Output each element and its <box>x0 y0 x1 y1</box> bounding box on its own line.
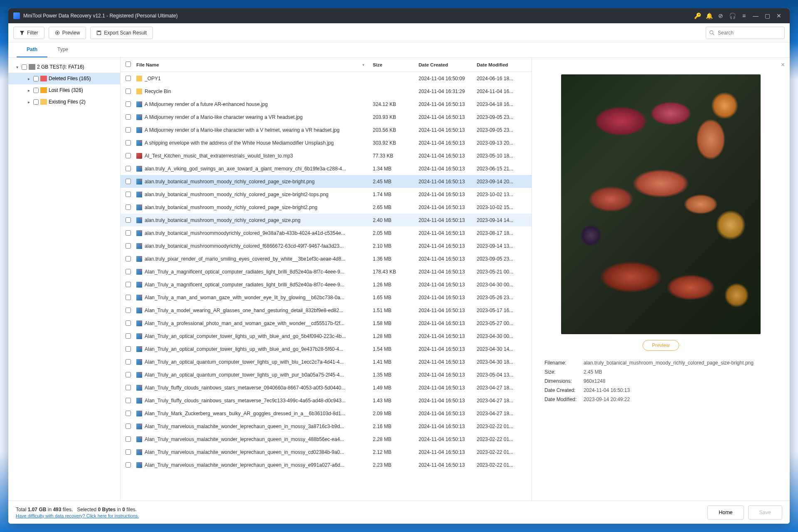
file-check[interactable] <box>126 295 131 300</box>
file-row[interactable]: alan.truly_botanical_mushroom_moody_rich… <box>121 175 532 188</box>
file-row[interactable]: Alan_Truly_fluffy_clouds_rainbows_stars_… <box>121 394 532 407</box>
file-check[interactable] <box>126 449 131 455</box>
file-check[interactable] <box>126 127 131 133</box>
file-row[interactable]: A Midjourney render of a future AR-enhan… <box>121 98 532 111</box>
tree-existing-check[interactable] <box>33 99 39 105</box>
file-row[interactable]: AI_Test_Kitchen_music_that_extraterrestr… <box>121 149 532 162</box>
file-row[interactable]: alan.truly_botanical_mushroommoodyrichly… <box>121 227 532 239</box>
file-row[interactable]: alan.truly_botanical_mushroom_moody_rich… <box>121 188 532 201</box>
file-row[interactable]: Alan_Truly_a_man_and_woman_gaze_with_won… <box>121 291 532 304</box>
export-button[interactable]: Export Scan Result <box>90 27 153 39</box>
file-row[interactable]: alan.truly_botanical_mushroom_moody_rich… <box>121 214 532 227</box>
file-check[interactable] <box>126 436 131 442</box>
file-row[interactable]: Alan_Truly_an_optical_computer_tower_lig… <box>121 342 532 355</box>
bell-icon[interactable]: 🔔 <box>703 10 715 22</box>
file-check[interactable] <box>126 256 131 261</box>
file-check[interactable] <box>126 153 131 158</box>
file-check[interactable] <box>126 282 131 287</box>
file-check[interactable] <box>126 166 131 171</box>
chevron-down-icon[interactable]: ▾ <box>14 65 20 69</box>
file-check[interactable] <box>126 230 131 236</box>
menu-icon[interactable]: ≡ <box>738 10 750 22</box>
file-row[interactable]: _OPY12024-11-04 16:50:092024-06-16 18... <box>121 72 532 85</box>
tab-type[interactable]: Type <box>47 42 78 57</box>
file-check[interactable] <box>126 217 131 223</box>
chevron-right-icon[interactable]: ▸ <box>26 88 32 93</box>
file-row[interactable]: Alan_Truly_marvelous_malachite_wonder_le… <box>121 458 532 471</box>
maximize-icon[interactable]: ▢ <box>761 10 773 22</box>
file-check[interactable] <box>126 114 131 120</box>
file-check[interactable] <box>126 308 131 313</box>
close-icon[interactable]: ✕ <box>773 10 785 22</box>
file-row[interactable]: Alan_Truly_marvelous_malachite_wonder_le… <box>121 433 532 446</box>
close-preview-icon[interactable]: × <box>781 61 785 69</box>
file-check[interactable] <box>126 269 131 274</box>
file-check[interactable] <box>126 333 131 339</box>
file-check[interactable] <box>126 204 131 210</box>
file-check[interactable] <box>126 140 131 145</box>
tree-root-check[interactable] <box>22 64 27 70</box>
tree-root[interactable]: ▾ 2 GB TEST(I: FAT16) <box>8 61 120 73</box>
headset-icon[interactable]: 🎧 <box>727 10 738 22</box>
minimize-icon[interactable]: — <box>750 10 761 22</box>
tree-existing[interactable]: ▸ Existing Files (2) <box>8 96 120 108</box>
file-check[interactable] <box>126 89 131 94</box>
preview-button[interactable]: Preview <box>49 27 86 39</box>
file-check[interactable] <box>126 179 131 184</box>
col-date-modified[interactable]: Date Modified <box>477 62 527 67</box>
file-row[interactable]: Alan_Truly_a_magnificent_optical_compute… <box>121 278 532 291</box>
file-check[interactable] <box>126 101 131 107</box>
key-icon[interactable]: 🔑 <box>692 10 703 22</box>
search-input[interactable] <box>706 27 785 39</box>
file-row[interactable]: Alan_Truly_an_optical_quantum_computer_t… <box>121 368 532 381</box>
file-check[interactable] <box>126 385 131 390</box>
tree-deleted[interactable]: ▸ Deleted Files (165) <box>8 73 120 84</box>
file-row[interactable]: A Midjourney render of a Mario-like char… <box>121 123 532 136</box>
tree-deleted-check[interactable] <box>33 76 39 81</box>
file-check[interactable] <box>126 398 131 403</box>
file-check[interactable] <box>126 424 131 429</box>
file-row[interactable]: Alan_Truly_an_optical_computer_tower_lig… <box>121 330 532 342</box>
file-date-modified: 2023-02-22 01... <box>477 462 527 468</box>
file-row[interactable]: alan.truly_pixar_render_of_mario_smiling… <box>121 252 532 265</box>
tree-lost[interactable]: ▸ Lost Files (326) <box>8 84 120 96</box>
file-row[interactable]: A Midjourney render of a Mario-like char… <box>121 111 532 123</box>
file-check[interactable] <box>126 192 131 197</box>
file-row[interactable]: Alan_Truly_marvelous_malachite_wonder_le… <box>121 420 532 433</box>
file-check[interactable] <box>126 243 131 249</box>
file-row[interactable]: alan.truly_botanical_mushroom_moody_rich… <box>121 201 532 214</box>
file-check[interactable] <box>126 320 131 326</box>
filter-button[interactable]: Filter <box>13 27 44 39</box>
col-date-created[interactable]: Date Created <box>419 62 477 67</box>
col-name[interactable]: File Name▾ <box>136 62 373 67</box>
file-row[interactable]: Alan_Truly_marvelous_malachite_wonder_le… <box>121 446 532 458</box>
file-row[interactable]: Alan_Truly_a_professional_photo_man_and_… <box>121 317 532 330</box>
tree-lost-check[interactable] <box>33 88 39 93</box>
stop-icon[interactable]: ⊘ <box>715 10 727 22</box>
file-row[interactable]: A shipping envelope with the address of … <box>121 136 532 149</box>
file-check[interactable] <box>126 462 131 468</box>
file-row[interactable]: Alan_Truly_an_optical_quantum_computer_t… <box>121 355 532 368</box>
file-check[interactable] <box>126 359 131 365</box>
file-row[interactable]: Alan_Truly_fluffy_clouds_rainbows_stars_… <box>121 381 532 394</box>
file-row[interactable]: Recycle Bin2024-11-04 16:31:292024-11-04… <box>121 85 532 98</box>
file-check[interactable] <box>126 372 131 377</box>
chevron-right-icon[interactable]: ▸ <box>26 76 32 81</box>
file-row[interactable]: Alan_Truly_Mark_Zuckerberg_wears_bulky_A… <box>121 407 532 420</box>
preview-open-button[interactable]: Preview <box>643 340 680 351</box>
help-link[interactable]: Have difficulty with data recovery? Clic… <box>16 513 139 518</box>
file-row[interactable]: alan.truly_A_viking_god_swings_an_axe_to… <box>121 162 532 175</box>
file-list[interactable]: File Name▾ Size Date Created Date Modifi… <box>121 58 532 500</box>
file-row[interactable]: Alan_Truly_a_model_wearing_AR_glasses_on… <box>121 304 532 317</box>
file-check[interactable] <box>126 76 131 81</box>
col-size[interactable]: Size <box>373 62 419 67</box>
file-row[interactable]: Alan_Truly_a_magnificent_optical_compute… <box>121 265 532 278</box>
save-button[interactable]: Save <box>748 505 783 520</box>
file-check[interactable] <box>126 346 131 352</box>
file-check[interactable] <box>126 411 131 416</box>
home-button[interactable]: Home <box>707 505 744 520</box>
tab-path[interactable]: Path <box>17 42 47 57</box>
file-row[interactable]: alan.truly_botanical_mushroommoodyrichly… <box>121 239 532 252</box>
chevron-right-icon[interactable]: ▸ <box>26 100 32 104</box>
select-all-check[interactable] <box>126 62 131 67</box>
